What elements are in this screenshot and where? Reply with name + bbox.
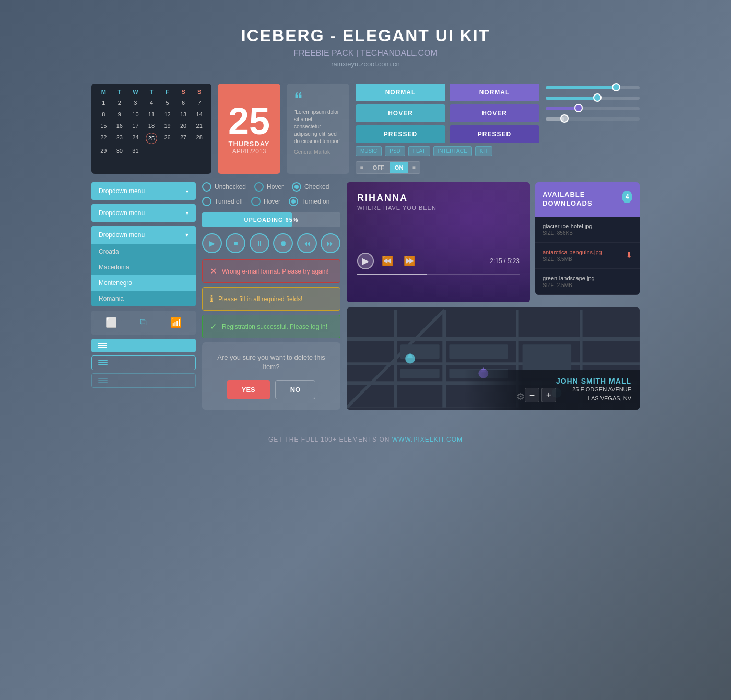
cal-day[interactable]: 10	[127, 110, 144, 119]
dropdown-header[interactable]: Dropdown menu ▾	[91, 226, 196, 244]
dropdown-item-montenegro[interactable]: Montenegro	[91, 275, 196, 291]
slider-handle-2[interactable]	[593, 93, 602, 102]
music-rewind-button[interactable]: ⏪	[379, 253, 396, 269]
cal-day[interactable]: 28	[191, 133, 207, 144]
cal-day[interactable]: 27	[175, 133, 192, 144]
menu-item-1[interactable]	[91, 339, 196, 352]
music-play-button[interactable]: ▶	[357, 253, 374, 269]
toggle-icon-left: ≡	[356, 162, 368, 173]
button-pressed-blue[interactable]: PRESSED	[356, 125, 445, 143]
button-pressed-purple[interactable]: PRESSED	[450, 125, 539, 143]
wifi-icon[interactable]: 📶	[170, 317, 182, 328]
radio-turned-on[interactable]: Turned on	[289, 197, 329, 206]
radio-unchecked[interactable]: Unchecked	[202, 182, 246, 192]
confirm-yes-button[interactable]: YES	[227, 380, 270, 399]
slider-1[interactable]	[546, 86, 640, 90]
cal-day[interactable]: 17	[127, 121, 144, 130]
fast-forward-button[interactable]: ⏭	[321, 233, 340, 253]
cal-day[interactable]: 12	[159, 110, 175, 119]
footer-link[interactable]: WWW.PIXELKIT.COM	[392, 436, 463, 443]
button-hover-blue[interactable]: HOVER	[356, 104, 445, 122]
radio-turned-off[interactable]: Turned off	[202, 197, 243, 206]
download-item-3[interactable]: green-landscape.jpg SIZE: 2.5MB	[535, 269, 640, 295]
zoom-plus-button[interactable]: +	[541, 388, 556, 402]
cal-day[interactable]: 3	[127, 98, 144, 108]
cal-day[interactable]: 20	[175, 121, 192, 130]
radio-hover-1[interactable]: Hover	[254, 182, 284, 192]
slider-handle-1[interactable]	[612, 83, 620, 91]
cal-day[interactable]: 7	[191, 98, 207, 108]
cal-day[interactable]: 19	[159, 121, 175, 130]
cal-day[interactable]: 23	[112, 133, 128, 144]
tag-kit[interactable]: KIT	[475, 146, 493, 156]
music-forward-button[interactable]: ⏩	[401, 253, 418, 269]
cal-day[interactable]: 2	[112, 98, 128, 108]
tag-flat[interactable]: FLAT	[408, 146, 430, 156]
tag-psd[interactable]: PSD	[385, 146, 405, 156]
cal-day[interactable]: 9	[112, 110, 128, 119]
slider-4[interactable]	[546, 117, 640, 121]
record-button[interactable]: ⏺	[273, 233, 293, 253]
menu-item-2[interactable]	[91, 355, 196, 370]
download-item-1[interactable]: glacier-ice-hotel.jpg SIZE: 856KB	[535, 217, 640, 243]
cal-day[interactable]: 13	[175, 110, 192, 119]
music-progress-bar[interactable]	[357, 274, 520, 275]
dropdown-button-1[interactable]: Dropdown menu ▾	[91, 182, 196, 200]
button-hover-purple[interactable]: HOVER	[450, 104, 539, 122]
cal-day[interactable]: 29	[96, 146, 112, 156]
page-footer: GET THE FULL 100+ ELEMENTS ON WWW.PIXELK…	[91, 436, 640, 443]
zoom-minus-button[interactable]: −	[525, 388, 539, 402]
slider-handle-3[interactable]	[574, 104, 583, 112]
slider-2[interactable]	[546, 96, 640, 100]
settings-icon[interactable]: ⚙	[516, 391, 525, 402]
cal-day[interactable]: 15	[96, 121, 112, 130]
cal-day[interactable]: 18	[144, 121, 160, 130]
toggle-off[interactable]: OFF	[368, 162, 390, 173]
tag-interface[interactable]: INTERFACE	[433, 146, 472, 156]
button-normal-purple[interactable]: NORMAL	[450, 84, 539, 101]
radio-hover-2[interactable]: Hover	[251, 197, 280, 206]
download-icon-2[interactable]: ⬇	[626, 250, 632, 260]
slider-3[interactable]	[546, 106, 640, 111]
cal-day[interactable]: 26	[159, 133, 175, 144]
tag-music[interactable]: MUSIC	[356, 146, 382, 156]
dropdown-item-romania[interactable]: Romania	[91, 291, 196, 306]
play-button[interactable]: ▶	[202, 233, 222, 253]
rewind-button[interactable]: ⏮	[297, 233, 317, 253]
top-row: M T W T F S S 1 2 3 4 5 6 7 8 9 10	[91, 84, 640, 174]
dropdown-item-macedonia[interactable]: Macedonia	[91, 259, 196, 275]
cal-day[interactable]: 5	[159, 98, 175, 108]
cal-day[interactable]: 8	[96, 110, 112, 119]
cal-day[interactable]: 1	[96, 98, 112, 108]
map-info-overlay: JOHN SMITH MALL 25 E ODGEN AVENUE LAS VE…	[347, 370, 640, 410]
toggle-switch[interactable]: ≡ OFF ON ≡	[356, 161, 420, 174]
cal-day[interactable]: 30	[112, 146, 128, 156]
toggle-on[interactable]: ON	[390, 162, 409, 173]
layers-icon[interactable]: ⧉	[140, 317, 147, 328]
cal-day[interactable]: 31	[127, 146, 144, 156]
radio-circle-on	[289, 197, 298, 206]
slider-handle-4[interactable]	[560, 114, 569, 123]
cal-day[interactable]: 14	[191, 110, 207, 119]
cal-day-today[interactable]: 25	[146, 133, 157, 144]
download-item-2[interactable]: antarctica-penguins.jpg SIZE: 3.5MB ⬇	[535, 243, 640, 269]
stop-button[interactable]: ■	[226, 233, 245, 253]
button-normal-blue[interactable]: NORMAL	[356, 84, 445, 101]
menu-item-3[interactable]	[91, 373, 196, 388]
pause-button[interactable]: ⏸	[250, 233, 269, 253]
cal-day[interactable]: 11	[144, 110, 160, 119]
date-month: APRIL/2013	[232, 148, 266, 155]
cal-day[interactable]: 16	[112, 121, 128, 130]
music-controls: ▶ ⏪ ⏩ 2:15 / 5:23	[357, 253, 520, 269]
radio-checked[interactable]: Checked	[292, 182, 329, 192]
cal-day[interactable]: 6	[175, 98, 192, 108]
dropdown-item-croatia[interactable]: Croatia	[91, 244, 196, 259]
cal-day[interactable]: 4	[144, 98, 160, 108]
confirm-no-button[interactable]: NO	[275, 380, 316, 399]
cal-day[interactable]: 21	[191, 121, 207, 130]
cal-day[interactable]: 22	[96, 133, 112, 144]
monitor-icon[interactable]: ⬜	[105, 317, 117, 328]
music-content: RIHANNA WHERE HAVE YOU BEEN ▶ ⏪ ⏩ 2:15 /…	[347, 182, 530, 286]
dropdown-button-2[interactable]: Dropdown menu ▾	[91, 204, 196, 222]
cal-day[interactable]: 24	[127, 133, 144, 144]
